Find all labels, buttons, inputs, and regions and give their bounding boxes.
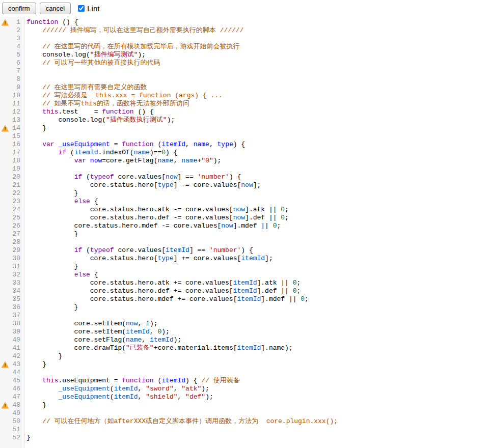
code-line[interactable]: 42 } [0, 352, 490, 360]
code-text: _useEquipment(itemId, "sword", "atk"); [22, 385, 209, 393]
line-number: 52 [10, 434, 22, 442]
line-number: 2 [10, 26, 22, 35]
line-number: 37 [10, 312, 22, 320]
code-line[interactable]: 36 } [0, 303, 490, 312]
line-number: 36 [10, 303, 22, 312]
lint-marker-cell [0, 149, 10, 157]
code-line[interactable]: 47 _useEquipment(itemId, "shield", "def"… [0, 393, 490, 401]
code-line[interactable]: 49 [0, 409, 490, 417]
code-line[interactable]: 29 if (typeof core.values[itemId] == 'nu… [0, 246, 490, 255]
lint-marker-cell [0, 255, 10, 263]
code-line[interactable]: 8 [0, 75, 490, 83]
code-line[interactable]: 37 [0, 312, 490, 320]
code-line[interactable]: 35 core.status.hero.mdef += core.values[… [0, 295, 490, 303]
code-line[interactable]: 27 } [0, 230, 490, 238]
code-line[interactable]: 10 // 写法必须是 this.xxx = function (args) {… [0, 92, 490, 100]
code-line[interactable]: 6 // 可以写一些其他的被直接执行的代码 [0, 59, 490, 67]
code-line[interactable]: 32 else { [0, 271, 490, 279]
code-line[interactable]: 26 core.status.hero.mdef -= core.values[… [0, 222, 490, 230]
code-line[interactable]: 12 this.test = function () { [0, 108, 490, 116]
code-line[interactable]: !14 } [0, 124, 490, 132]
confirm-button[interactable]: confirm [2, 3, 36, 14]
code-line[interactable]: !43 } [0, 360, 490, 369]
code-editor[interactable]: !1function () {2 ////// 插件编写，可以在这里写自己额外需… [0, 17, 490, 448]
code-line[interactable]: 9 // 在这里写所有需要自定义的函数 [0, 83, 490, 92]
code-line[interactable]: 41 core.drawTip("已装备"+core.material.item… [0, 344, 490, 352]
lint-marker-cell [0, 385, 10, 393]
line-number: 42 [10, 352, 22, 360]
lint-marker-cell [0, 165, 10, 173]
code-line[interactable]: 28 [0, 238, 490, 246]
code-line[interactable]: 50 // 可以在任何地方（如afterXXX或自定义脚本事件）调用函数，方法为… [0, 417, 490, 426]
code-line[interactable]: 20 if (typeof core.values[now] == 'numbe… [0, 173, 490, 181]
warning-icon: ! [2, 125, 9, 132]
code-line[interactable]: 30 core.status.hero[type] += core.values… [0, 255, 490, 263]
code-line[interactable]: 4 // 在这里写的代码，在所有模块加载完毕后，游戏开始前会被执行 [0, 43, 490, 51]
code-line[interactable]: 51 [0, 426, 490, 434]
code-text: this.useEquipment = function (itemId) { … [22, 377, 240, 385]
code-line[interactable]: !1function () { [0, 18, 490, 26]
line-number: 10 [10, 92, 22, 100]
code-line[interactable]: 38 core.setItem(now, 1); [0, 320, 490, 328]
lint-marker-cell [0, 206, 10, 214]
lint-marker-cell [0, 409, 10, 417]
code-text: function () { [22, 18, 78, 26]
code-line[interactable]: 3 [0, 35, 490, 43]
code-text: } [22, 230, 78, 238]
lint-marker-cell [0, 141, 10, 149]
cancel-button[interactable]: cancel [40, 3, 71, 14]
lint-marker-cell [0, 434, 10, 442]
code-text: } [22, 434, 31, 442]
code-line[interactable]: 15 [0, 132, 490, 141]
lint-marker-cell: ! [0, 401, 10, 409]
code-text: core.status.hero.def += core.values[item… [22, 287, 301, 295]
code-line[interactable]: 46 _useEquipment(itemId, "sword", "atk")… [0, 385, 490, 393]
lint-marker-cell [0, 198, 10, 206]
line-number: 40 [10, 336, 22, 344]
code-line[interactable]: 13 console.log("插件函数执行测试"); [0, 116, 490, 124]
lint-marker-cell [0, 246, 10, 255]
lint-checkbox[interactable] [78, 5, 85, 12]
line-number: 49 [10, 409, 22, 417]
code-line[interactable]: 40 core.setFlag(name, itemId); [0, 336, 490, 344]
code-line[interactable]: 39 core.setItem(itemId, 0); [0, 328, 490, 336]
code-line[interactable]: 18 var now=core.getFlag(name, name+"0"); [0, 157, 490, 165]
lint-marker-cell [0, 344, 10, 352]
line-number: 18 [10, 157, 22, 165]
warning-icon: ! [2, 361, 9, 368]
lint-marker-cell [0, 214, 10, 222]
code-text: } [22, 303, 78, 312]
code-line[interactable]: 2 ////// 插件编写，可以在这里写自己额外需要执行的脚本 ////// [0, 26, 490, 35]
code-line[interactable]: 21 core.status.hero[type] -= core.values… [0, 181, 490, 189]
code-line[interactable]: 7 [0, 67, 490, 75]
code-line[interactable]: 52} [0, 434, 490, 442]
code-line[interactable]: 19 [0, 165, 490, 173]
lint-marker-cell [0, 59, 10, 67]
code-text: core.status.hero.atk += core.values[item… [22, 279, 301, 287]
code-line[interactable]: 24 core.status.hero.atk -= core.values[n… [0, 206, 490, 214]
lint-marker-cell [0, 43, 10, 51]
code-line[interactable]: 44 [0, 369, 490, 377]
lint-toggle[interactable]: Lint [78, 4, 99, 13]
warning-icon: ! [2, 19, 9, 26]
code-line[interactable]: !48 } [0, 401, 490, 409]
code-line[interactable]: 25 core.status.hero.def -= core.values[n… [0, 214, 490, 222]
code-line[interactable]: 45 this.useEquipment = function (itemId)… [0, 377, 490, 385]
lint-marker-cell [0, 295, 10, 303]
code-line[interactable]: 22 } [0, 189, 490, 198]
line-number: 27 [10, 230, 22, 238]
line-number: 22 [10, 189, 22, 198]
code-line[interactable]: 23 else { [0, 198, 490, 206]
code-line[interactable]: 11 // 如果不写this的话，函数将无法被外部所访问 [0, 100, 490, 108]
code-line[interactable]: 17 if (itemId.indexOf(name)==0) { [0, 149, 490, 157]
line-number: 35 [10, 295, 22, 303]
code-line[interactable]: 34 core.status.hero.def += core.values[i… [0, 287, 490, 295]
code-text: if (typeof core.values[now] == 'number')… [22, 173, 241, 181]
code-line[interactable]: 16 var _useEquipment = function (itemId,… [0, 141, 490, 149]
code-text: core.status.hero[type] += core.values[it… [22, 255, 273, 263]
line-number: 28 [10, 238, 22, 246]
code-area[interactable]: !1function () {2 ////// 插件编写，可以在这里写自己额外需… [0, 17, 490, 442]
code-line[interactable]: 5 console.log("插件编写测试"); [0, 51, 490, 59]
code-line[interactable]: 31 } [0, 263, 490, 271]
code-line[interactable]: 33 core.status.hero.atk += core.values[i… [0, 279, 490, 287]
